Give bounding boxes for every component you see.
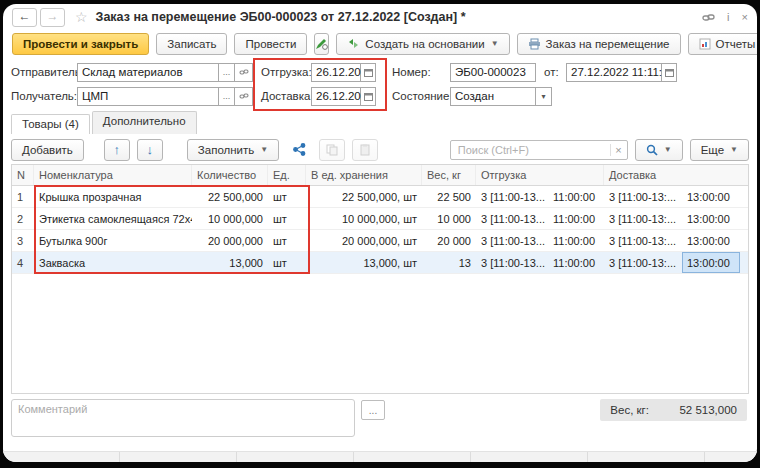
state-dropdown-icon[interactable]: ▾ (536, 87, 552, 106)
clear-search-icon[interactable]: × (610, 144, 621, 156)
col-header-quantity[interactable]: Количество (192, 165, 268, 185)
cell-name[interactable]: Крышка прозрачная (34, 186, 192, 207)
add-row-button[interactable]: Добавить (11, 139, 84, 161)
document-date-field[interactable]: 27.12.2022 11:11:29 (566, 63, 662, 82)
cell-ship-time[interactable]: 11:00:00 (548, 186, 604, 207)
cell-ship-time[interactable]: 11:00:00 (548, 252, 604, 273)
col-header-n[interactable]: N (12, 165, 34, 185)
cell-name[interactable]: Закваска (34, 252, 192, 273)
cell-n[interactable]: 1 (12, 186, 34, 207)
pen-clock-icon-button[interactable] (314, 33, 329, 55)
arrow-down-icon: ↓ (147, 142, 154, 157)
fill-button[interactable]: Заполнить ▼ (187, 139, 279, 161)
sender-field[interactable]: Склад материалов (77, 63, 219, 82)
cell-del-time[interactable]: 13:00:00 (682, 186, 740, 207)
cell-ship-time[interactable]: 11:00:00 (548, 208, 604, 229)
col-header-storage-units[interactable]: В ед. хранения (306, 165, 422, 185)
comment-expand-button[interactable]: ... (361, 400, 385, 420)
copy-rows-button[interactable] (319, 139, 345, 161)
move-up-button[interactable]: ↑ (104, 139, 130, 161)
cell-weight[interactable]: 10 000 (422, 208, 476, 229)
comment-input[interactable] (11, 399, 355, 437)
table-row[interactable]: 2Этикетка самоклеящаяся 72х43...10 000,0… (12, 208, 748, 230)
calendar-icon[interactable] (662, 63, 677, 82)
sender-open-icon[interactable] (235, 63, 253, 82)
reports-button[interactable]: Отчеты ▼ (688, 33, 758, 55)
cell-unit[interactable]: шт (268, 186, 306, 207)
save-button[interactable]: Записать (156, 33, 227, 55)
receiver-open-icon[interactable] (235, 87, 253, 106)
items-toolbar: Добавить ↑ ↓ Заполнить ▼ × ▼ (3, 134, 757, 163)
paste-icon (359, 144, 371, 156)
cell-ship-time[interactable]: 11:00:00 (548, 230, 604, 251)
post-and-close-button[interactable]: Провести и закрыть (12, 33, 149, 55)
move-down-button[interactable]: ↓ (137, 139, 163, 161)
post-button[interactable]: Провести (234, 33, 307, 55)
sender-choose-button[interactable]: ... (219, 63, 235, 82)
back-button[interactable]: ← (12, 8, 37, 27)
favorite-star-icon[interactable]: ☆ (75, 9, 88, 25)
forward-button[interactable]: → (40, 8, 65, 27)
cell-qty[interactable]: 13,000 (192, 252, 268, 273)
cell-del-time[interactable]: 13:00:00 (682, 208, 740, 229)
cell-del-time[interactable]: 13:00:00 (682, 252, 740, 273)
receiver-field[interactable]: ЦМП (77, 87, 219, 106)
col-header-nomenclature[interactable]: Номенклатура (34, 165, 192, 185)
table-row[interactable]: 3Бутылка 900г20 000,000шт20 000,000, шт2… (12, 230, 748, 252)
calendar-icon[interactable] (361, 63, 376, 82)
cell-weight[interactable]: 20 000 (422, 230, 476, 251)
paste-rows-button[interactable] (352, 139, 378, 161)
cell-storage[interactable]: 22 500,000, шт (306, 186, 422, 207)
cell-storage[interactable]: 13,000, шт (306, 252, 422, 273)
cell-unit[interactable]: шт (268, 252, 306, 273)
search-input[interactable] (456, 143, 611, 157)
share-icon-button[interactable] (286, 139, 312, 161)
cell-weight[interactable]: 22 500 (422, 186, 476, 207)
cell-del-slot[interactable]: 3 [11:00-13:... (604, 186, 682, 207)
col-header-weight[interactable]: Вес, кг (422, 165, 476, 185)
col-header-delivery[interactable]: Доставка (604, 165, 740, 185)
cell-qty[interactable]: 22 500,000 (192, 186, 268, 207)
tab-goods[interactable]: Товары (4) (11, 114, 90, 134)
cell-n[interactable]: 4 (12, 252, 34, 273)
info-icon[interactable]: i (727, 11, 729, 23)
cell-n[interactable]: 3 (12, 230, 34, 251)
col-header-shipment[interactable]: Отгрузка (476, 165, 604, 185)
cell-n[interactable]: 2 (12, 208, 34, 229)
cell-weight[interactable]: 13 (422, 252, 476, 273)
receiver-choose-button[interactable]: ... (219, 87, 235, 106)
cell-name[interactable]: Бутылка 900г (34, 230, 192, 251)
tab-additional[interactable]: Дополнительно (92, 111, 197, 134)
cell-ship-slot[interactable]: 3 [11:00-13... (476, 208, 548, 229)
copy-icon (326, 144, 338, 156)
cell-storage[interactable]: 20 000,000, шт (306, 230, 422, 251)
cell-qty[interactable]: 20 000,000 (192, 230, 268, 251)
cell-ship-slot[interactable]: 3 [11:00-13... (476, 230, 548, 251)
cell-unit[interactable]: шт (268, 208, 306, 229)
table-row[interactable]: 1Крышка прозрачная22 500,000шт22 500,000… (12, 186, 748, 208)
cell-del-slot[interactable]: 3 [11:00-13:... (604, 252, 682, 273)
search-button[interactable]: ▼ (635, 139, 683, 161)
cell-del-time[interactable]: 13:00:00 (682, 230, 740, 251)
state-select[interactable]: Создан (450, 87, 536, 106)
cell-ship-slot[interactable]: 3 [11:00-13... (476, 252, 548, 273)
shipment-label: Отгрузка: (261, 66, 311, 78)
items-more-button[interactable]: Еще ▼ (690, 139, 749, 161)
get-link-icon[interactable] (702, 12, 715, 23)
cell-ship-slot[interactable]: 3 [11:00-13... (476, 186, 548, 207)
calendar-icon[interactable] (361, 87, 376, 106)
cell-del-slot[interactable]: 3 [11:00-13:... (604, 230, 682, 251)
cell-storage[interactable]: 10 000,000, шт (306, 208, 422, 229)
create-based-on-button[interactable]: Создать на основании ▼ (336, 33, 509, 55)
col-header-unit[interactable]: Ед. (268, 165, 306, 185)
number-field[interactable]: ЭБ00-000023 (450, 63, 536, 82)
delivery-date-field[interactable]: 26.12.2022 (311, 87, 361, 106)
print-order-button[interactable]: Заказ на перемещение (517, 33, 681, 55)
cell-unit[interactable]: шт (268, 230, 306, 251)
shipment-date-field[interactable]: 26.12.2022 (311, 63, 361, 82)
table-row[interactable]: 4Закваска13,000шт13,000, шт133 [11:00-13… (12, 252, 748, 274)
close-icon[interactable]: × (742, 11, 748, 23)
cell-qty[interactable]: 10 000,000 (192, 208, 268, 229)
cell-del-slot[interactable]: 3 [11:00-13:... (604, 208, 682, 229)
cell-name[interactable]: Этикетка самоклеящаяся 72х43... (34, 208, 192, 229)
